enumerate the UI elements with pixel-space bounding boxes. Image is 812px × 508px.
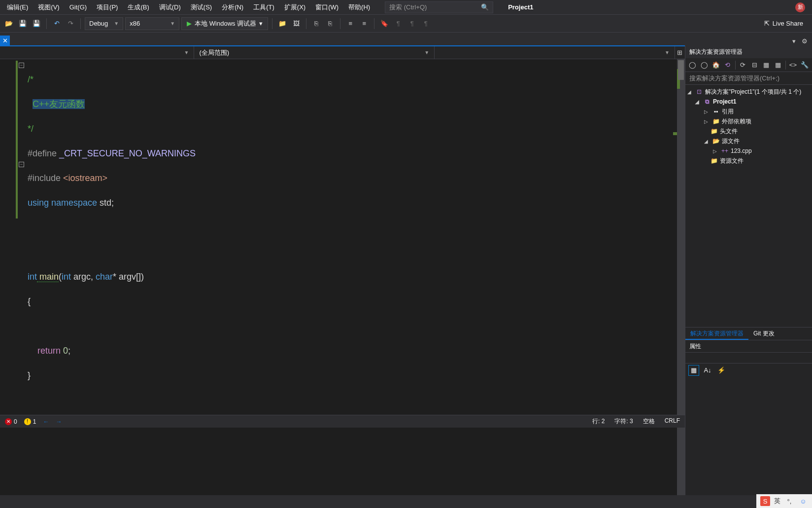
code-text: char xyxy=(96,272,113,282)
save-icon[interactable]: 💾 xyxy=(17,18,29,30)
separator xyxy=(46,18,47,29)
menu-test[interactable]: 测试(S) xyxy=(186,1,217,14)
outdent-icon[interactable]: ≡ xyxy=(358,18,370,30)
properties-icon[interactable]: ▦ xyxy=(773,60,783,71)
liveshare-button[interactable]: ⇱ Live Share xyxy=(758,20,809,27)
menu-analyze[interactable]: 分析(N) xyxy=(217,1,248,14)
solution-tree: ◢ ⊡ 解决方案"Project1"(1 个项目/共 1 个) ◢ ⧉ Proj… xyxy=(685,85,812,327)
new-folder-icon[interactable]: 📁 xyxy=(276,18,288,30)
tree-sources[interactable]: ◢ 📂 源文件 xyxy=(685,136,812,146)
code-text: 0 xyxy=(61,346,68,356)
tree-references[interactable]: ▷ ▪▪ 引用 xyxy=(685,107,812,116)
events-icon[interactable]: ⚡ xyxy=(716,365,727,376)
tree-project[interactable]: ◢ ⧉ Project1 xyxy=(685,97,812,107)
tree-solution-root[interactable]: ◢ ⊡ 解决方案"Project1"(1 个项目/共 1 个) xyxy=(685,87,812,97)
char-indicator[interactable]: 字符: 3 xyxy=(614,417,633,426)
nav-project-dropdown[interactable]: ▼ xyxy=(0,46,194,59)
start-debug-button[interactable]: ▶ 本地 Windows 调试器 ▾ xyxy=(181,17,268,30)
categorized-icon[interactable]: ▦ xyxy=(688,365,699,376)
expand-icon[interactable]: ▷ xyxy=(704,109,710,114)
ime-punct-icon[interactable]: °, xyxy=(784,496,794,506)
menu-build[interactable]: 生成(B) xyxy=(123,1,154,14)
warnings-indicator[interactable]: ! 1 xyxy=(24,418,36,425)
comment-icon[interactable]: ¶ xyxy=(406,18,418,30)
comment-icon[interactable]: ¶ xyxy=(392,18,404,30)
back-icon[interactable]: ◯ xyxy=(687,60,698,71)
vertical-scrollbar[interactable] xyxy=(677,59,685,495)
expand-icon[interactable]: ◢ xyxy=(704,139,710,144)
nav-forward[interactable]: → xyxy=(56,418,62,425)
comment-icon[interactable]: ¶ xyxy=(420,18,432,30)
indent-icon[interactable]: ≡ xyxy=(344,18,356,30)
save-all-icon[interactable]: 💾 xyxy=(31,18,42,30)
image-icon[interactable]: 🖼 xyxy=(290,18,302,30)
expand-icon[interactable]: ▷ xyxy=(704,119,710,124)
solution-search[interactable]: 搜索解决方案资源管理器(Ctrl+;) xyxy=(685,72,812,85)
nav-member-dropdown[interactable]: ▼ xyxy=(435,46,675,59)
tab-dropdown-icon[interactable]: ▾ xyxy=(789,36,798,45)
tab-solution-explorer[interactable]: 解决方案资源管理器 xyxy=(685,327,748,340)
tab-close-button[interactable]: ✕ xyxy=(0,36,10,45)
code-text: /* xyxy=(28,74,34,84)
menu-tools[interactable]: 工具(T) xyxy=(248,1,279,14)
scrollbar-thumb[interactable] xyxy=(678,60,684,80)
play-icon: ▶ xyxy=(187,20,192,27)
tree-source-file[interactable]: ▷ ++ 123.cpp xyxy=(685,146,812,156)
ime-logo-icon[interactable]: S xyxy=(760,496,770,506)
expand-icon[interactable]: ▷ xyxy=(713,148,719,154)
tree-headers[interactable]: 📁 头文件 xyxy=(685,126,812,136)
errors-indicator[interactable]: ✕ 0 xyxy=(5,418,17,425)
settings-icon[interactable]: ⚙ xyxy=(800,36,809,45)
ime-emoji-icon[interactable]: ☺ xyxy=(798,496,808,506)
nav-back[interactable]: ← xyxy=(43,418,49,425)
code-text: #define xyxy=(28,148,57,158)
tree-resources[interactable]: 📁 资源文件 xyxy=(685,156,812,166)
expand-icon[interactable]: ◢ xyxy=(695,99,701,105)
menu-edit[interactable]: 编辑(E) xyxy=(2,1,33,14)
search-box[interactable]: 搜索 (Ctrl+Q) 🔍 xyxy=(385,1,493,13)
code-text: } xyxy=(28,370,31,380)
alphabetical-icon[interactable]: A↓ xyxy=(702,365,713,376)
open-icon[interactable]: 📂 xyxy=(3,18,15,30)
config-dropdown[interactable]: Debug ▼ xyxy=(85,17,123,30)
code-editor[interactable]: − − /* C++友元函数 */ #define _CRT_SECURE_NO… xyxy=(0,59,685,495)
bookmark-icon[interactable]: 🔖 xyxy=(378,18,390,30)
menu-window[interactable]: 窗口(W) xyxy=(310,1,343,14)
fold-minus-icon[interactable]: − xyxy=(19,162,24,167)
spaces-indicator[interactable]: 空格 xyxy=(643,417,655,426)
step-icon[interactable]: ⎘ xyxy=(324,18,336,30)
sync-icon[interactable]: ⟲ xyxy=(722,60,733,71)
separator xyxy=(785,61,786,70)
chevron-down-icon: ▼ xyxy=(184,50,189,55)
tree-external-deps[interactable]: ▷ 📁 外部依赖项 xyxy=(685,116,812,126)
collapse-icon[interactable]: ⊟ xyxy=(749,60,760,71)
line-indicator[interactable]: 行: 2 xyxy=(592,417,605,426)
menu-extensions[interactable]: 扩展(X) xyxy=(279,1,310,14)
expand-icon[interactable]: ◢ xyxy=(687,89,693,95)
platform-dropdown[interactable]: x86 ▼ xyxy=(125,17,179,30)
new-badge[interactable]: 新 xyxy=(795,2,805,12)
crlf-indicator[interactable]: CRLF xyxy=(665,417,680,426)
ime-lang[interactable]: 英 xyxy=(774,497,780,506)
wrench-icon[interactable]: 🔧 xyxy=(799,60,810,71)
menu-debug[interactable]: 调试(D) xyxy=(154,1,186,14)
tab-git-changes[interactable]: Git 更改 xyxy=(748,327,779,340)
forward-icon[interactable]: ◯ xyxy=(699,60,710,71)
code-content[interactable]: /* C++友元函数 */ #define _CRT_SECURE_NO_WAR… xyxy=(28,59,685,495)
menu-project[interactable]: 项目(P) xyxy=(92,1,123,14)
show-all-icon[interactable]: ▦ xyxy=(761,60,772,71)
step-icon[interactable]: ⎘ xyxy=(310,18,322,30)
menu-help[interactable]: 帮助(H) xyxy=(343,1,375,14)
menu-git[interactable]: Git(G) xyxy=(65,1,92,13)
refresh-icon[interactable]: ⟳ xyxy=(738,60,748,71)
view-code-icon[interactable]: <> xyxy=(788,60,799,71)
search-placeholder: 搜索解决方案资源管理器(Ctrl+;) xyxy=(689,74,779,83)
redo-icon[interactable]: ↷ xyxy=(65,18,76,30)
nav-scope-dropdown[interactable]: (全局范围) ▼ xyxy=(194,46,435,59)
home-icon[interactable]: 🏠 xyxy=(710,60,721,71)
undo-icon[interactable]: ↶ xyxy=(51,18,63,30)
menu-view[interactable]: 视图(V) xyxy=(33,1,64,14)
properties-selector[interactable] xyxy=(685,352,812,363)
fold-minus-icon[interactable]: − xyxy=(19,63,24,68)
split-icon[interactable]: ⊞ xyxy=(675,46,685,59)
